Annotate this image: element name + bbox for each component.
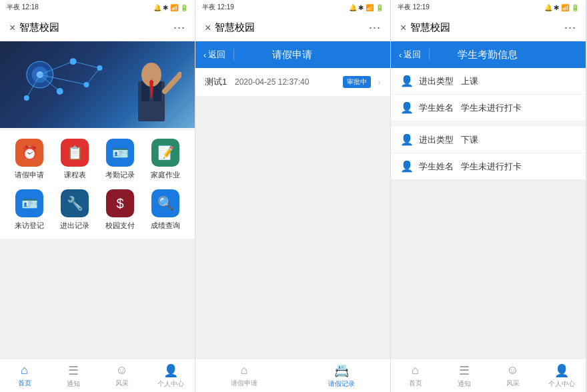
close-icon-3[interactable]: × — [400, 22, 406, 34]
att-person-icon-0: 👤 — [400, 75, 414, 87]
nav-notice-label-3: 通知 — [458, 379, 471, 389]
leave-item[interactable]: 测试1 2020-04-25 12:37:40 审批中 › — [195, 68, 390, 97]
nav-profile-3[interactable]: 👤 个人中心 — [545, 363, 578, 389]
home-icon-1: ⌂ — [21, 363, 28, 377]
close-icon-1[interactable]: × — [9, 22, 15, 34]
status-icons-1: 🔔 ✱ 📶 🔋 — [153, 4, 188, 11]
menu-icon-3[interactable]: ··· — [564, 21, 576, 35]
app-header-1: × 智慧校园 ··· — [0, 15, 195, 41]
bottom-nav-3: ⌂ 首页 ☰ 通知 ☺ 风采 👤 个人中心 — [391, 359, 586, 392]
homework-icon: 📝 — [151, 139, 179, 167]
attendance-icon: 🪪 — [106, 139, 134, 167]
status-bar-3: 半夜 12:19 🔔 ✱ 📶 🔋 — [391, 0, 586, 15]
inout-label: 进出记录 — [60, 221, 89, 231]
status-bar-1: 半夜 12:18 🔔 ✱ 📶 🔋 — [0, 0, 195, 15]
phone1: 半夜 12:18 🔔 ✱ 📶 🔋 × 智慧校园 ··· — [0, 0, 195, 392]
blue-header-2: ‹ 返回 请假申请 — [195, 41, 390, 68]
menu-icon-1[interactable]: ··· — [173, 21, 185, 35]
svg-line-18 — [165, 75, 180, 91]
time-1: 半夜 12:18 — [7, 3, 39, 12]
schedule-icon: 📋 — [61, 139, 89, 167]
close-icon-2[interactable]: × — [205, 22, 211, 34]
menu-inout[interactable]: 🔧 进出记录 — [55, 189, 95, 231]
back-chevron-3: ‹ — [399, 50, 402, 60]
profile-icon-1: 👤 — [163, 363, 178, 378]
phone3: 半夜 12:19 🔔 ✱ 📶 🔋 × 智慧校园 ··· ‹ 返回 学生考勤信息 … — [391, 0, 586, 392]
leave-list: 测试1 2020-04-25 12:37:40 审批中 › — [195, 68, 390, 97]
app-header-2: × 智慧校园 ··· — [195, 15, 390, 41]
nav-notice-1[interactable]: ☰ 通知 — [57, 363, 90, 389]
schedule-label: 课程表 — [64, 170, 86, 180]
nav-home-label-1: 首页 — [18, 379, 31, 388]
back-chevron-2: ‹ — [203, 50, 206, 60]
nav-home-1[interactable]: ⌂ 首页 — [8, 363, 41, 388]
menu-schedule[interactable]: 📋 课程表 — [55, 139, 95, 180]
blue-header-3: ‹ 返回 学生考勤信息 — [391, 41, 586, 68]
att-person-icon-1: 👤 — [400, 101, 414, 114]
grid-row-1: ⏰ 请假申请 📋 课程表 🪪 考勤记录 📝 家庭作业 — [7, 139, 188, 180]
menu-icon-2[interactable]: ··· — [369, 21, 381, 35]
leave-label: 请假申请 — [15, 170, 44, 180]
att-label-1: 学生姓名 — [419, 102, 456, 114]
leave-icon: ⏰ — [15, 139, 43, 167]
nav-profile-1[interactable]: 👤 个人中心 — [154, 363, 187, 389]
svg-point-4 — [57, 88, 63, 95]
style-icon-3: ☺ — [506, 363, 518, 377]
menu-homework[interactable]: 📝 家庭作业 — [145, 139, 185, 180]
status-icons-3: 🔔 ✱ 📶 🔋 — [544, 4, 579, 11]
menu-leave[interactable]: ⏰ 请假申请 — [9, 139, 49, 180]
header-left-3: × 智慧校园 — [400, 21, 450, 34]
att-label-3: 学生姓名 — [419, 161, 456, 173]
att-row-1: 👤 学生姓名 学生未进行打卡 — [391, 95, 586, 121]
nav-profile-label-3: 个人中心 — [548, 379, 575, 389]
nav-style-label-1: 风采 — [115, 379, 129, 388]
nav-notice-3[interactable]: ☰ 通知 — [448, 363, 481, 389]
att-value-3: 学生未进行打卡 — [461, 161, 522, 173]
nav-leave-rec-label-2: 请假记录 — [328, 379, 355, 389]
app-title-2: 智慧校园 — [215, 21, 255, 34]
nav-style-1[interactable]: ☺ 风采 — [105, 363, 139, 388]
app-title-3: 智慧校园 — [410, 21, 450, 34]
leave-app-icon-2: ⌂ — [241, 363, 248, 377]
attendance-label: 考勤记录 — [105, 170, 135, 180]
menu-payment[interactable]: $ 校园支付 — [100, 189, 140, 231]
nav-home-3[interactable]: ⌂ 首页 — [399, 363, 432, 388]
nav-style-3[interactable]: ☺ 风采 — [496, 363, 530, 388]
nav-notice-label-1: 通知 — [67, 379, 80, 389]
leave-name: 测试1 — [205, 76, 228, 88]
payment-icon: $ — [106, 189, 134, 217]
leave-date: 2020-04-25 12:37:40 — [235, 77, 336, 87]
menu-grade[interactable]: 🔍 成绩查询 — [145, 189, 185, 231]
header-left-1: × 智慧校园 — [9, 21, 59, 34]
att-row-3: 👤 学生姓名 学生未进行打卡 — [391, 153, 586, 180]
att-row-2: 👤 进出类型 下课 — [391, 127, 586, 153]
bottom-nav-1: ⌂ 首页 ☰ 通知 ☺ 风采 👤 个人中心 — [0, 359, 195, 392]
menu-attendance[interactable]: 🪪 考勤记录 — [100, 139, 140, 180]
att-value-0: 上课 — [461, 75, 478, 87]
home-icon-3: ⌂ — [412, 363, 419, 377]
nav-leave-app-label-2: 请假申请 — [231, 379, 257, 388]
att-person-icon-3: 👤 — [400, 160, 414, 173]
status-icons-2: 🔔 ✱ 📶 🔋 — [349, 4, 384, 11]
hero-banner — [0, 41, 195, 128]
status-bar-2: 半夜 12:19 🔔 ✱ 📶 🔋 — [195, 0, 390, 15]
nav-leave-rec-2[interactable]: 📇 请假记录 — [325, 363, 358, 389]
svg-line-13 — [87, 68, 100, 85]
bottom-nav-2: ⌂ 请假申请 📇 请假记录 — [195, 359, 390, 392]
menu-visit[interactable]: 🪪 来访登记 — [9, 189, 49, 231]
app-title-1: 智慧校园 — [19, 21, 59, 34]
back-btn-3[interactable]: ‹ 返回 — [391, 49, 430, 61]
homework-label: 家庭作业 — [151, 170, 180, 180]
leave-rec-icon-2: 📇 — [334, 363, 349, 378]
att-value-1: 学生未进行打卡 — [461, 102, 522, 114]
grid-row-2: 🪪 来访登记 🔧 进出记录 $ 校园支付 🔍 成绩查询 — [7, 189, 188, 231]
visit-label: 来访登记 — [15, 221, 44, 231]
app-header-3: × 智慧校园 ··· — [391, 15, 586, 41]
nav-leave-app-2[interactable]: ⌂ 请假申请 — [227, 363, 261, 388]
grade-icon: 🔍 — [151, 189, 179, 217]
back-btn-2[interactable]: ‹ 返回 — [195, 49, 234, 61]
visit-icon: 🪪 — [15, 189, 43, 217]
att-label-2: 进出类型 — [419, 134, 456, 146]
page-title-2: 请假申请 — [234, 49, 350, 61]
inout-icon: 🔧 — [61, 189, 89, 217]
